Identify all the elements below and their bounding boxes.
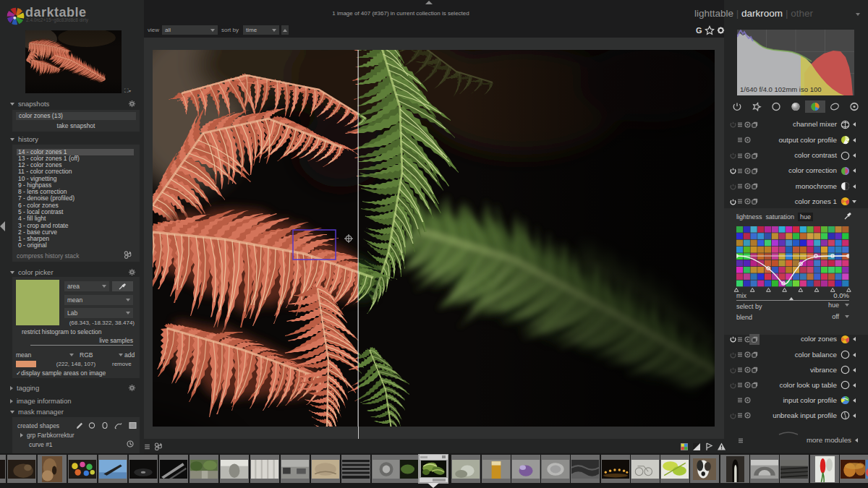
- svg-text:1/640 f/4.0 102mm iso 100: 1/640 f/4.0 102mm iso 100: [740, 85, 822, 93]
- svg-text:G: G: [696, 26, 702, 35]
